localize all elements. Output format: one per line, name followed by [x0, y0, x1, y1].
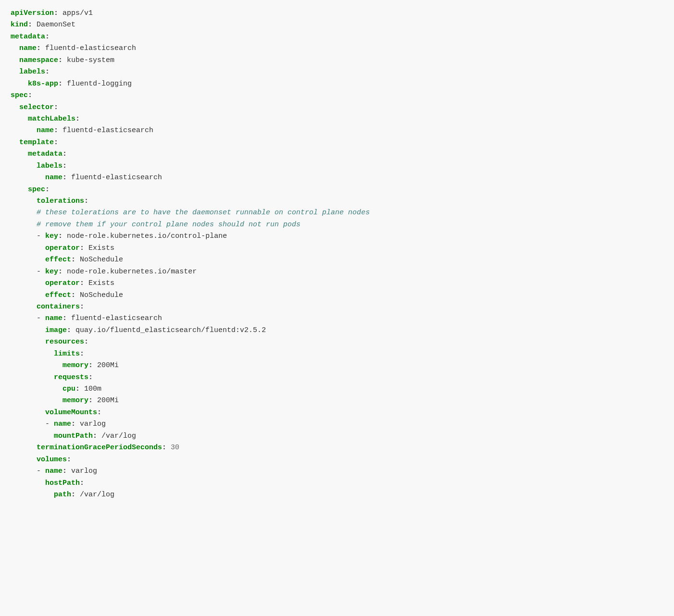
yaml-key: key [45, 232, 58, 240]
yaml-value: NoSchedule [80, 256, 123, 264]
yaml-comment: # these tolerations are to have the daem… [37, 209, 370, 217]
yaml-key: name [54, 420, 71, 428]
yaml-key: kind [11, 21, 28, 29]
yaml-key: key [45, 268, 58, 276]
yaml-key: name [45, 314, 62, 322]
yaml-comment: # remove them if your control plane node… [37, 221, 300, 229]
yaml-key: apiVersion [11, 9, 54, 17]
yaml-value: kube-system [67, 56, 114, 64]
yaml-key: volumes [37, 456, 67, 464]
yaml-code-block: apiVersion: apps/v1 kind: DaemonSet meta… [11, 8, 663, 501]
yaml-key: labels [37, 162, 62, 170]
yaml-key: k8s-app [28, 80, 58, 88]
yaml-key: spec [11, 91, 28, 99]
yaml-key: image [45, 326, 67, 334]
yaml-key: spec [28, 185, 45, 194]
yaml-key: metadata [11, 33, 45, 41]
yaml-key: operator [45, 279, 80, 287]
yaml-value: fluentd-elasticsearch [71, 314, 162, 322]
yaml-key: effect [45, 256, 71, 264]
yaml-key: tolerations [37, 197, 84, 205]
yaml-value: varlog [71, 467, 97, 475]
yaml-value: fluentd-elasticsearch [45, 44, 136, 52]
yaml-key: requests [54, 373, 88, 382]
yaml-key: matchLabels [28, 115, 75, 123]
yaml-key: effect [45, 291, 71, 299]
yaml-value: node-role.kubernetes.io/control-plane [67, 232, 227, 240]
yaml-key: metadata [28, 150, 62, 158]
yaml-key: path [54, 491, 71, 499]
yaml-value: node-role.kubernetes.io/master [67, 268, 197, 276]
yaml-value: fluentd-elasticsearch [62, 126, 153, 135]
yaml-value: NoSchedule [80, 291, 123, 299]
yaml-key: mountPath [54, 432, 93, 440]
yaml-value: 200Mi [97, 361, 119, 370]
yaml-key: name [37, 126, 54, 135]
yaml-value: apps/v1 [62, 9, 93, 17]
yaml-value: 30 [171, 444, 179, 452]
yaml-key: limits [54, 350, 80, 358]
yaml-key: namespace [19, 56, 58, 64]
yaml-key: operator [45, 244, 80, 252]
yaml-value: 200Mi [97, 396, 119, 405]
yaml-key: memory [62, 361, 88, 370]
yaml-value: 100m [84, 385, 101, 393]
yaml-value: fluentd-logging [67, 80, 132, 88]
yaml-key: resources [45, 338, 84, 346]
yaml-key: labels [19, 68, 45, 76]
yaml-key: memory [62, 396, 88, 405]
yaml-key: hostPath [45, 479, 80, 487]
yaml-key: volumeMounts [45, 408, 97, 417]
yaml-value: Exists [88, 244, 114, 252]
yaml-key: containers [37, 303, 80, 311]
yaml-value: /var/log [101, 432, 136, 440]
yaml-key: cpu [62, 385, 75, 393]
yaml-key: terminationGracePeriodSeconds [37, 444, 162, 452]
yaml-key: name [45, 173, 62, 182]
yaml-value: quay.io/fluentd_elasticsearch/fluentd:v2… [75, 326, 266, 334]
yaml-value: varlog [80, 420, 106, 428]
yaml-key: name [45, 467, 62, 475]
yaml-key: selector [19, 103, 54, 111]
yaml-value: DaemonSet [37, 21, 75, 29]
yaml-value: Exists [88, 279, 114, 287]
yaml-value: fluentd-elasticsearch [71, 173, 162, 182]
yaml-value: /var/log [80, 491, 114, 499]
yaml-key: template [19, 138, 54, 147]
yaml-key: name [19, 44, 37, 52]
